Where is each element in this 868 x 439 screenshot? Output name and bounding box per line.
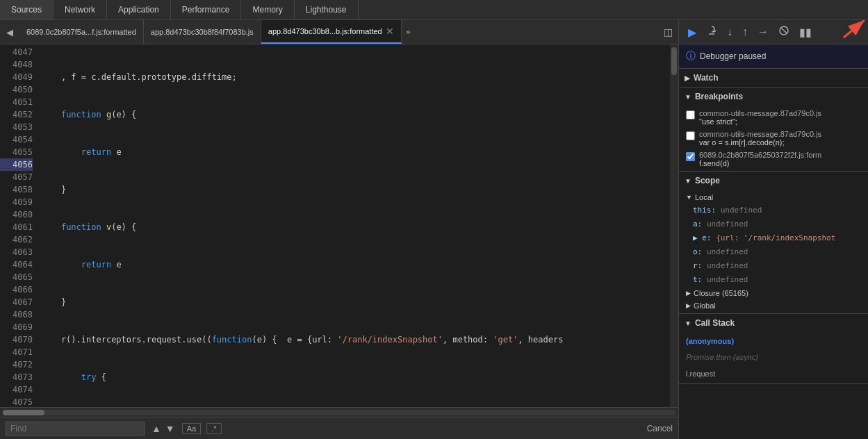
tab-network-label: Network: [65, 5, 95, 15]
scope-r: r: undefined: [679, 259, 868, 273]
tab-lighthouse[interactable]: Lighthouse: [295, 0, 359, 19]
step-over-button[interactable]: [703, 23, 721, 41]
line-numbers: 4047 4048 4049 4050 4051 4052 4053 4054 …: [0, 44, 38, 407]
scope-t: t: undefined: [679, 273, 868, 287]
breakpoint-2-checkbox[interactable]: [686, 152, 695, 161]
scope-content: ▼ Local this: undefined a: undefined ▶ e…: [679, 190, 868, 313]
vertical-scrollbar[interactable]: [670, 44, 678, 407]
step-back-button[interactable]: →: [754, 24, 772, 40]
horizontal-scrollbar[interactable]: [0, 407, 678, 417]
code-line-4048: function g(e) {: [38, 108, 670, 121]
breakpoint-0-code: "use strict";: [699, 117, 821, 126]
svg-line-1: [844, 20, 865, 38]
scroll-track[interactable]: [3, 410, 675, 415]
scope-this: this: undefined: [679, 204, 868, 217]
watch-arrow: ▶: [685, 74, 690, 82]
scope-section: ▼ Scope ▼ Local this: undefined a: undef…: [679, 172, 868, 314]
resume-button[interactable]: ▶: [685, 24, 700, 41]
scope-arrow: ▼: [685, 177, 691, 185]
file-tab-1[interactable]: app.8d473bc30b8f84f7083b.js: [144, 20, 261, 44]
scroll-thumb[interactable]: [671, 47, 677, 75]
scope-global-header[interactable]: ▶ Global: [679, 299, 868, 312]
file-tab-0[interactable]: 6089.0c2b807f5a...f.js:formatted: [19, 20, 144, 44]
find-prev-button[interactable]: ▲: [150, 422, 163, 436]
breakpoint-0-checkbox[interactable]: [686, 110, 695, 119]
top-nav-bar: Sources Network Application Performance …: [0, 0, 868, 20]
step-out-button[interactable]: ↑: [739, 24, 751, 40]
breakpoint-1-file: common-utils-message.87ad79c0.js: [699, 130, 821, 138]
breakpoint-1-checkbox[interactable]: [686, 131, 695, 140]
scope-local-label: Local: [695, 193, 713, 201]
right-panel: ▶ ↓ ↑ → ▮▮ ⓘ Debugger paused ▶ Watch: [678, 20, 868, 439]
pause-on-exception-button[interactable]: ▮▮: [796, 24, 815, 41]
info-icon: ⓘ: [686, 50, 696, 63]
tab-sources-label: Sources: [11, 5, 42, 15]
right-panel-scroll[interactable]: ⓘ Debugger paused ▶ Watch ▼ Breakpoints: [679, 44, 868, 439]
scope-local-header[interactable]: ▼ Local: [679, 191, 868, 204]
breakpoint-2-code: f.send(d): [699, 159, 821, 167]
call-stack-section: ▼ Call Stack (anonymous) Promise.then (a…: [679, 314, 868, 384]
find-input[interactable]: [6, 422, 145, 436]
breakpoints-label: Breakpoints: [695, 92, 743, 101]
call-stack-item-2[interactable]: l.request: [679, 366, 868, 382]
call-stack-section-header[interactable]: ▼ Call Stack: [679, 314, 868, 332]
code-editor[interactable]: 4047 4048 4049 4050 4051 4052 4053 4054 …: [0, 44, 678, 417]
breakpoints-section: ▼ Breakpoints common-utils-message.87ad7…: [679, 88, 868, 172]
file-tab-2[interactable]: app.8d473bc30b8...b.js:formatted ✕: [261, 20, 402, 44]
debugger-paused-label: Debugger paused: [700, 51, 766, 61]
breakpoint-item-1: common-utils-message.87ad79c0.js var o =…: [679, 128, 868, 149]
watch-section-header[interactable]: ▶ Watch: [679, 69, 868, 87]
scroll-thumb-h[interactable]: [3, 410, 44, 415]
call-stack-item-1[interactable]: Promise.then (async): [679, 349, 868, 365]
tab-performance-label: Performance: [182, 5, 230, 15]
red-arrow-decoration: [837, 20, 868, 41]
code-line-4052: return e: [38, 258, 670, 271]
file-tabs-bar: ◀ 6089.0c2b807f5a...f.js:formatted app.8…: [0, 20, 678, 44]
breakpoints-section-header[interactable]: ▼ Breakpoints: [679, 88, 868, 106]
main-layout: ◀ 6089.0c2b807f5a...f.js:formatted app.8…: [0, 20, 868, 439]
find-arrows: ▲ ▼: [150, 422, 177, 436]
debugger-paused-banner: ⓘ Debugger paused: [679, 44, 868, 69]
debugger-toolbar: ▶ ↓ ↑ → ▮▮: [679, 20, 868, 44]
scope-global-label: Global: [694, 301, 716, 310]
step-into-button[interactable]: ↓: [723, 24, 736, 40]
watch-section: ▶ Watch: [679, 69, 868, 88]
file-tab-2-label: app.8d473bc30b8...b.js:formatted: [268, 27, 382, 35]
code-content[interactable]: 4047 4048 4049 4050 4051 4052 4053 4054 …: [0, 44, 678, 407]
code-line-4054: r().interceptors.request.use((function(e…: [38, 333, 670, 346]
find-next-button[interactable]: ▼: [164, 422, 177, 436]
scope-e: ▶ e: {url: '/rank/indexSnapshot: [679, 231, 868, 245]
code-line-4047: , f = c.default.prototype.difftime;: [38, 71, 670, 83]
tab-application[interactable]: Application: [107, 0, 171, 19]
deactivate-button[interactable]: [775, 23, 793, 41]
scope-global-arrow: ▶: [686, 302, 691, 309]
tab-memory-label: Memory: [252, 5, 282, 15]
file-tab-2-close[interactable]: ✕: [386, 26, 394, 36]
call-stack-label: Call Stack: [695, 318, 735, 328]
call-stack-list: (anonymous) Promise.then (async) l.reque…: [679, 332, 868, 383]
tab-lighthouse-label: Lighthouse: [306, 5, 347, 15]
file-tab-0-label: 6089.0c2b807f5a...f.js:formatted: [26, 28, 136, 36]
call-stack-item-0[interactable]: (anonymous): [679, 333, 868, 349]
code-line-4053: }: [38, 296, 670, 308]
tab-sources[interactable]: Sources: [0, 0, 54, 19]
code-line-4050: }: [38, 183, 670, 196]
file-tabs-more[interactable]: »: [402, 20, 415, 44]
tab-memory[interactable]: Memory: [241, 0, 294, 19]
scope-closure-header[interactable]: ▶ Closure (65165): [679, 287, 868, 299]
watch-label: Watch: [694, 73, 719, 83]
file-tab-1-label: app.8d473bc30b8f84f7083b.js: [151, 28, 254, 36]
find-cancel-button[interactable]: Cancel: [647, 424, 673, 433]
split-editor-button[interactable]: ◫: [661, 25, 675, 39]
regex-button[interactable]: .*: [206, 423, 221, 434]
breakpoints-arrow: ▼: [685, 93, 691, 101]
scope-section-header[interactable]: ▼ Scope: [679, 172, 868, 190]
scope-local-arrow: ▼: [686, 194, 692, 201]
tab-network[interactable]: Network: [54, 0, 107, 19]
tab-performance[interactable]: Performance: [171, 0, 242, 19]
tab-nav-back[interactable]: ◀: [0, 20, 19, 44]
file-tab-actions: ◫: [658, 20, 678, 44]
match-case-button[interactable]: Aa: [182, 423, 201, 434]
tab-application-label: Application: [118, 5, 159, 15]
code-lines: , f = c.default.prototype.difftime; func…: [38, 44, 670, 407]
